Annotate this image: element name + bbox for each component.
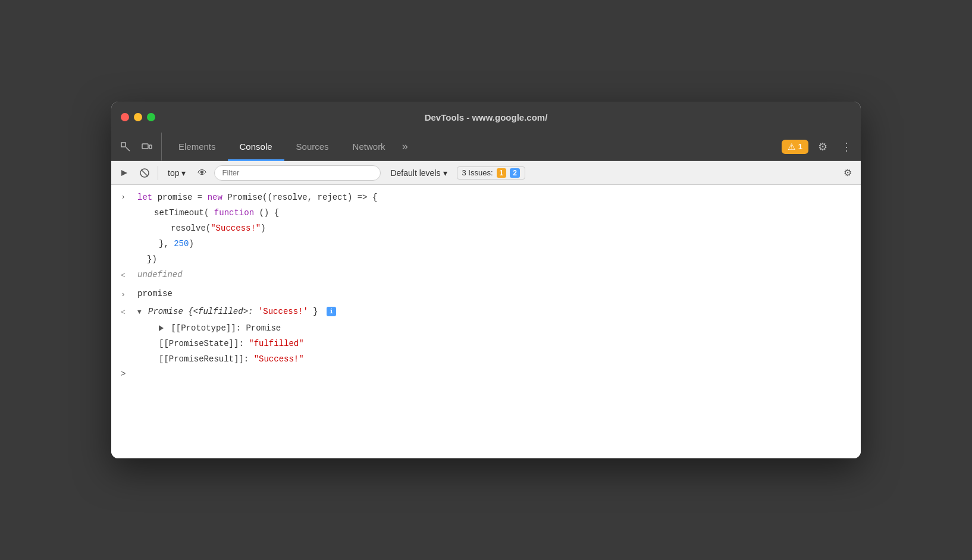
traffic-lights <box>121 113 155 121</box>
console-line-input-1: › let promise = new Promise((resolve, re… <box>111 190 861 205</box>
no-arrow-state <box>111 337 135 338</box>
console-line-cont-3: }, 250) <box>111 236 861 251</box>
tab-bar: Elements Console Sources Network » ⚠ 1 ⚙… <box>111 133 861 161</box>
code-line-cont-2: resolve("Success!") <box>135 222 861 235</box>
tab-right-actions: ⚠ 1 ⚙ ⋮ <box>782 133 856 161</box>
console-line-cont-2: resolve("Success!") <box>111 221 861 236</box>
console-settings-icon[interactable]: ⚙ <box>839 165 856 181</box>
code-result: [[PromiseResult]]: "Success!" <box>135 353 861 366</box>
filter-input[interactable] <box>214 165 381 181</box>
console-line-undefined: < undefined <box>111 267 861 284</box>
tab-sources[interactable]: Sources <box>284 133 341 161</box>
console-line-result: [[PromiseResult]]: "Success!" <box>111 351 861 367</box>
clear-console-button[interactable] <box>136 165 153 181</box>
log-levels-dropdown[interactable]: Default levels ▾ <box>384 166 453 180</box>
no-arrow-2 <box>111 222 135 223</box>
console-line-promise-input: › promise <box>111 286 861 303</box>
window-title: DevTools - www.google.com/ <box>425 112 548 122</box>
svg-rect-0 <box>121 143 126 147</box>
code-line-cont-4: }) <box>135 253 861 266</box>
no-arrow-proto <box>111 322 135 323</box>
execute-button[interactable] <box>116 165 133 181</box>
tab-console[interactable]: Console <box>228 133 284 161</box>
issues-button[interactable]: ⚠ 1 <box>782 140 808 154</box>
more-options-icon[interactable]: ⋮ <box>837 137 856 156</box>
collapse-arrow-promise[interactable]: < <box>111 305 135 319</box>
expand-arrow-promise[interactable]: › <box>111 287 135 301</box>
console-output: › let promise = new Promise((resolve, re… <box>111 185 861 458</box>
more-tabs-button[interactable]: » <box>397 133 413 161</box>
console-line-promise-output: < ▼ Promise {<fulfilled>: 'Success!' } i <box>111 304 861 320</box>
svg-rect-1 <box>142 144 148 149</box>
code-state: [[PromiseState]]: "fulfilled" <box>135 337 861 350</box>
settings-icon[interactable]: ⚙ <box>813 137 832 156</box>
info-icon[interactable]: i <box>327 307 336 316</box>
cursor-prompt: > <box>121 369 126 379</box>
console-line-cont-4: }) <box>111 251 861 267</box>
code-undefined: undefined <box>135 268 861 281</box>
code-promise-input: promise <box>135 287 861 300</box>
info-count-badge: 2 <box>510 168 520 178</box>
context-selector[interactable]: top ▾ <box>163 166 190 180</box>
code-prototype: [[Prototype]]: Promise <box>135 322 861 335</box>
expand-prototype-icon[interactable] <box>159 325 164 331</box>
code-line-cont-3: }, 250) <box>135 237 861 250</box>
console-toolbar: top ▾ 👁 Default levels ▾ 3 Issues: 1 2 ⚙ <box>111 161 861 185</box>
code-line-1: let promise = new Promise((resolve, reje… <box>135 191 861 204</box>
maximize-button[interactable] <box>147 113 155 121</box>
no-arrow-3 <box>111 237 135 238</box>
console-cursor-line[interactable]: > <box>111 367 861 381</box>
eye-icon[interactable]: 👁 <box>194 165 211 181</box>
svg-rect-2 <box>149 145 152 149</box>
title-bar: DevTools - www.google.com/ <box>111 102 861 133</box>
tab-icons <box>116 133 162 161</box>
code-line-cont-1: setTimeout( function () { <box>152 206 861 219</box>
no-arrow-1 <box>128 206 152 207</box>
console-line-cont-1: setTimeout( function () { <box>111 205 861 221</box>
console-line-prototype: [[Prototype]]: Promise <box>111 320 861 336</box>
minimize-button[interactable] <box>134 113 142 121</box>
warn-count-badge: 1 <box>497 168 507 178</box>
tab-network[interactable]: Network <box>341 133 397 161</box>
expand-arrow-1[interactable]: › <box>111 191 135 204</box>
tab-elements[interactable]: Elements <box>167 133 228 161</box>
devtools-window: DevTools - www.google.com/ Elements Cons… <box>111 102 861 458</box>
device-toolbar-icon[interactable] <box>137 137 156 156</box>
inspect-element-icon[interactable] <box>116 137 135 156</box>
toolbar-separator-1 <box>158 166 158 180</box>
no-arrow-result <box>111 353 135 354</box>
svg-line-4 <box>142 169 148 176</box>
no-arrow-4 <box>111 253 135 254</box>
issues-counter[interactable]: 3 Issues: 1 2 <box>457 166 525 180</box>
console-line-state: [[PromiseState]]: "fulfilled" <box>111 336 861 351</box>
output-arrow-undefined: < <box>111 268 135 282</box>
code-promise-output: ▼ Promise {<fulfilled>: 'Success!' } i <box>135 305 861 319</box>
close-button[interactable] <box>121 113 129 121</box>
